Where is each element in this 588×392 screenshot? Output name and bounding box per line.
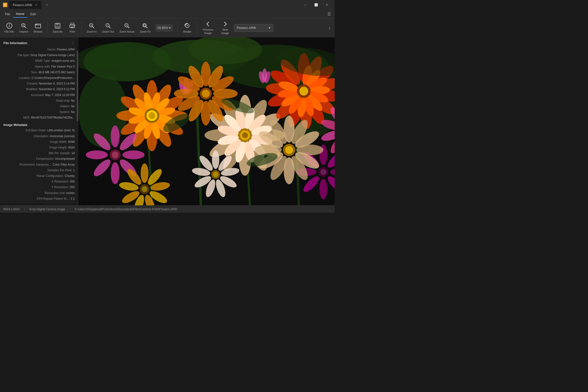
image-metadata-title: Image Metadata (0, 120, 78, 128)
zoom-level-dropdown[interactable]: 28.85% ▾ (155, 24, 173, 32)
zoom-in-icon (88, 22, 95, 29)
svg-point-126 (122, 150, 144, 159)
file-info-row: MIME Type: image/x-sony-arw (0, 58, 78, 64)
zoom-out-label: Zoom Out (102, 30, 114, 33)
menu-file[interactable]: File (2, 11, 13, 18)
zoom-actual-button[interactable]: Zoom Actual (117, 20, 137, 36)
close-button[interactable]: ✕ (322, 1, 332, 8)
flower-image (78, 37, 335, 205)
metadata-row: Y Resolution: 350 (0, 184, 78, 190)
menu-home[interactable]: Home (13, 10, 28, 18)
svg-point-130 (86, 150, 108, 159)
svg-point-149 (320, 179, 327, 200)
browse-button[interactable]: Browse (31, 20, 45, 36)
metadata-row: Image Width: 6048 (0, 139, 78, 145)
svg-point-95 (242, 132, 248, 138)
zoom-fit-label: Zoom Fit (140, 30, 150, 33)
metadata-row: Image Height: 4024 (0, 145, 78, 150)
print-label: Print (70, 30, 75, 33)
next-image-button[interactable]: NextImage (217, 20, 234, 36)
metadata-row: X Resolution: 350 (0, 179, 78, 184)
file-info-label: File Info (4, 30, 14, 33)
svg-line-21 (109, 26, 110, 28)
zoom-in-button[interactable]: Zoom In (84, 20, 99, 36)
rotate-button[interactable]: Rotate (180, 20, 194, 36)
svg-line-4 (25, 26, 26, 28)
file-info-row: Location: C:\Users\SharpenedProduction..… (0, 75, 78, 81)
svg-point-155 (141, 164, 148, 183)
file-selector-dropdown[interactable]: Flowers.ARW ▾ (234, 24, 273, 32)
rotate-label: Rotate (183, 30, 191, 33)
metadata-row: Photometric Interpreta...: Color Filter … (0, 162, 78, 168)
new-tab-button[interactable]: + (43, 2, 50, 8)
prev-image-icon (204, 21, 212, 27)
toolbar: File Info Inspect Browse (0, 18, 335, 37)
file-tab[interactable]: Flowers.ARW ✕ (9, 1, 42, 9)
sidebar-more-button[interactable]: ⋮ (71, 41, 75, 45)
file-info-button[interactable]: File Info (2, 20, 16, 36)
sidebar: File Information ⋮ Name: Flowers.ARWFile… (0, 37, 78, 204)
svg-rect-14 (71, 26, 74, 28)
svg-rect-28 (144, 24, 146, 26)
inspect-label: Inspect (19, 30, 28, 33)
metadata-row: Exif Byte Order: Little-endian (Intel, I… (0, 128, 78, 133)
hamburger-menu[interactable]: ☰ (325, 11, 333, 18)
minimize-button[interactable]: — (300, 1, 310, 8)
metadata-row: Resolution Unit: inches (0, 190, 78, 196)
zoom-out-button[interactable]: Zoom Out (100, 20, 116, 36)
status-dimensions: 6024 x 4024 (4, 208, 20, 211)
zoom-level-value: 28.85% (157, 26, 168, 30)
zoom-fit-button[interactable]: Zoom Fit (138, 20, 153, 36)
svg-point-144 (213, 172, 218, 177)
print-button[interactable]: Print (66, 20, 79, 36)
metadata-row: Bits Per Sample: 14 (0, 150, 78, 156)
window-controls: — ⬜ ✕ (300, 1, 332, 8)
file-fields-list: Name: Flowers.ARWFile type: Sony Digital… (0, 47, 78, 120)
svg-line-27 (146, 26, 148, 28)
svg-point-199 (285, 146, 293, 154)
zoom-dropdown-arrow: ▾ (169, 26, 171, 30)
file-info-row: Name: Flowers.ARW (0, 47, 78, 52)
svg-point-165 (142, 186, 148, 192)
svg-point-124 (111, 126, 120, 148)
title-bar: F Flowers.ARW ✕ + — ⬜ ✕ (0, 0, 335, 10)
inspect-icon (20, 22, 27, 29)
file-info-row: Modified: November 6, 2023 5:12 PM (0, 86, 78, 92)
svg-point-15 (74, 25, 74, 26)
svg-point-123 (300, 87, 308, 96)
svg-line-17 (92, 26, 94, 28)
file-info-title: File Information (4, 41, 28, 45)
tab-close-button[interactable]: ✕ (34, 3, 38, 7)
metadata-fields-list: Exif Byte Order: Little-endian (Intel, I… (0, 128, 78, 202)
status-filepath: C:\Users\SharpenedProductions\Documents\… (75, 208, 177, 211)
svg-point-185 (202, 90, 210, 98)
tab-filename: Flowers.ARW (13, 3, 32, 7)
divider-4 (197, 22, 197, 34)
main-content: File Information ⋮ Name: Flowers.ARWFile… (0, 37, 335, 205)
collapse-icon: ∧ (328, 26, 331, 30)
rotate-icon (184, 22, 190, 29)
svg-point-25 (126, 24, 127, 26)
file-info-row: Read-only: No (0, 98, 78, 104)
file-info-row: MD5: 85c467fc42754f79fc68a74026a... (0, 115, 78, 120)
metadata-row: Planar Configuration: Chunky (0, 173, 78, 179)
toolbar-collapse-button[interactable]: ∧ (326, 25, 333, 31)
file-info-row: Created: November 6, 2023 5:14 PM (0, 81, 78, 86)
prev-image-button[interactable]: PreviousImage (200, 20, 216, 36)
file-info-row: Size: 46.8 MB (49,075,962 bytes) (0, 70, 78, 75)
zoom-out-icon (104, 22, 112, 29)
inspect-button[interactable]: Inspect (17, 20, 30, 36)
browse-icon (34, 22, 42, 29)
svg-line-24 (128, 26, 129, 28)
svg-point-30 (186, 25, 188, 26)
file-info-header: File Information ⋮ (0, 39, 78, 47)
file-info-row: System: No (0, 109, 78, 115)
zoom-actual-label: Zoom Actual (119, 30, 134, 33)
next-image-label: NextImage (222, 28, 229, 34)
divider-2 (82, 22, 82, 34)
file-dropdown-arrow: ▾ (269, 26, 270, 30)
maximize-button[interactable]: ⬜ (311, 1, 321, 8)
save-as-button[interactable]: Save As (50, 20, 65, 36)
menu-edit[interactable]: Edit (28, 11, 39, 18)
next-image-icon (222, 21, 228, 27)
